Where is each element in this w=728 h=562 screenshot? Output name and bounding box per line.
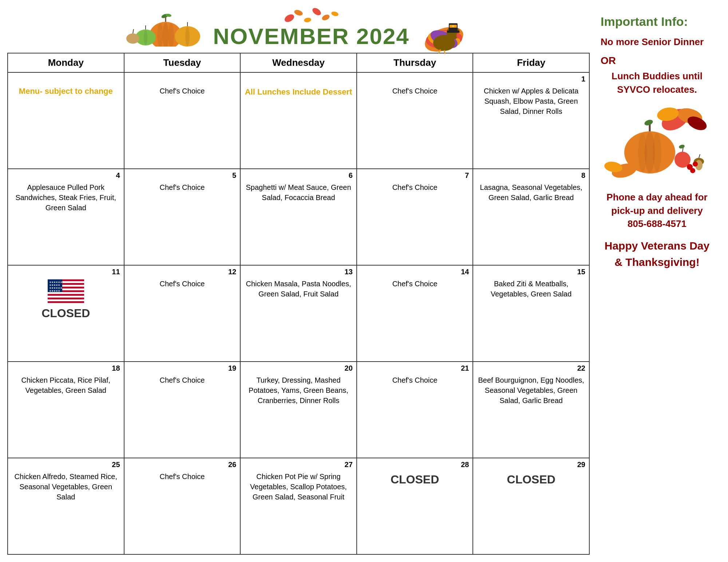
cell-content: Chef's Choice: [361, 182, 469, 192]
cell-content: Turkey, Dressing, Mashed Potatoes, Yams,…: [244, 375, 353, 406]
svg-point-13: [126, 33, 139, 44]
calendar-table: Monday Tuesday Wednesday Thursday Friday…: [7, 53, 590, 555]
svg-rect-44: [48, 296, 84, 298]
svg-point-17: [283, 13, 295, 24]
pumpkin-decoration-left: [126, 10, 206, 47]
calendar-cell: 12Chef's Choice: [124, 265, 241, 362]
svg-text:★★★★★: ★★★★★: [49, 290, 60, 292]
day-number: 14: [461, 268, 469, 276]
main-section: NOVEMBER 2024: [7, 7, 590, 555]
col-thursday: Thursday: [357, 53, 473, 72]
day-number: 22: [577, 364, 585, 372]
page-title: NOVEMBER 2024: [213, 23, 409, 49]
cell-content: Chef's Choice: [128, 279, 237, 289]
svg-point-18: [293, 9, 303, 16]
meal-text: Chicken Piccata, Rice Pilaf, Vegetables,…: [21, 376, 111, 394]
day-number: 20: [345, 364, 353, 372]
all-lunches-text: All Lunches Include Dessert: [245, 87, 352, 96]
svg-point-70: [690, 168, 695, 173]
day-number: 11: [112, 268, 120, 276]
turkey-decoration: [417, 10, 471, 47]
calendar-cell: 15Baked Ziti & Meatballs, Vegetables, Gr…: [473, 265, 589, 362]
svg-line-14: [133, 29, 134, 33]
col-monday: Monday: [8, 53, 124, 72]
day-number: 15: [577, 268, 585, 276]
phone-text: Phone a day ahead for pick-up and delive…: [601, 191, 713, 230]
meal-text: Lasagna, Seasonal Vegetables, Green Sala…: [480, 183, 582, 202]
col-wednesday: Wednesday: [240, 53, 357, 72]
day-number: 5: [232, 171, 236, 180]
cell-content: Chef's Choice: [128, 86, 237, 96]
calendar-cell: All Lunches Include Dessert: [240, 72, 357, 169]
calendar-cell: 4Applesauce Pulled Pork Sandwiches, Stea…: [8, 169, 124, 265]
cell-content: Chef's Choice: [128, 375, 237, 385]
day-number: 28: [461, 461, 469, 469]
day-number: 13: [345, 268, 353, 276]
svg-point-19: [304, 17, 312, 23]
calendar-cell: 20Turkey, Dressing, Mashed Potatoes, Yam…: [240, 362, 357, 458]
calendar-cell: 14Chef's Choice: [357, 265, 473, 362]
menu-subject-text: Menu- subject to change: [19, 87, 113, 96]
calendar-cell: 5Chef's Choice: [124, 169, 241, 265]
cell-content: Chicken w/ Apples & Delicata Squash, Elb…: [477, 86, 585, 116]
cell-content: Beef Bourguignon, Egg Noodles, Seasonal …: [477, 375, 585, 406]
meal-text: Chef's Choice: [392, 376, 438, 384]
meal-text: Chef's Choice: [392, 280, 438, 288]
sidebar-line2: Lunch Buddies until SYVCO relocates.: [601, 69, 713, 96]
meal-text: Chef's Choice: [159, 473, 205, 481]
svg-rect-36: [452, 25, 454, 27]
calendar-cell: 25Chicken Alfredo, Steamed Rice, Seasona…: [8, 458, 124, 554]
closed-text: CLOSED: [41, 307, 90, 320]
cell-content: Chicken Piccata, Rice Pilaf, Vegetables,…: [12, 375, 120, 395]
calendar-cell: 21Chef's Choice: [357, 362, 473, 458]
svg-line-67: [699, 154, 700, 158]
cell-content: Chicken Masala, Pasta Noodles, Green Sal…: [244, 279, 353, 299]
calendar-cell: Chef's Choice: [124, 72, 241, 169]
sidebar: Important Info: No more Senior Dinner OR…: [590, 7, 721, 555]
svg-point-9: [144, 30, 147, 45]
day-number: 27: [345, 461, 353, 469]
sidebar-line1: No more Senior Dinner: [601, 35, 704, 48]
header: NOVEMBER 2024: [7, 7, 590, 49]
meal-text: Chef's Choice: [159, 87, 205, 95]
calendar-cell: 28CLOSED: [357, 458, 473, 554]
svg-point-58: [638, 133, 647, 172]
calendar-cell: Menu- subject to change: [8, 72, 124, 169]
cell-content: CLOSED: [477, 471, 585, 488]
calendar-cell: Chef's Choice: [357, 72, 473, 169]
svg-point-59: [653, 133, 661, 172]
svg-text:★★★★★: ★★★★★: [49, 284, 60, 286]
day-number: 26: [228, 461, 236, 469]
day-number: 25: [112, 461, 120, 469]
cell-content: Menu- subject to change: [12, 86, 120, 97]
day-number: 8: [581, 171, 585, 180]
calendar-cell: 11 ★★★★★★ ★★★★★ ★★★★★★ ★★★★★ CLOSED: [8, 265, 124, 362]
cell-content: Baked Ziti & Meatballs, Vegetables, Gree…: [477, 279, 585, 299]
day-number: 29: [577, 461, 585, 469]
meal-text: Baked Ziti & Meatballs, Vegetables, Gree…: [491, 280, 571, 298]
meal-text: Chef's Choice: [392, 183, 438, 191]
col-tuesday: Tuesday: [124, 53, 241, 72]
svg-point-12: [185, 27, 190, 46]
day-number: 19: [228, 364, 236, 372]
cell-content: All Lunches Include Dessert: [244, 86, 353, 98]
calendar-cell: 26Chef's Choice: [124, 458, 241, 554]
pumpkin-scene: [602, 105, 712, 178]
meal-text: Chef's Choice: [159, 280, 205, 288]
svg-text:★★★★★★: ★★★★★★: [49, 281, 62, 283]
svg-point-61: [644, 119, 653, 126]
closed-text: CLOSED: [507, 473, 555, 486]
svg-rect-45: [48, 299, 84, 301]
meal-text: Spaghetti w/ Meat Sauce, Green Salad, Fo…: [246, 183, 351, 202]
meal-text: Chef's Choice: [392, 87, 438, 95]
day-number: 6: [349, 171, 353, 180]
calendar-cell: 27Chicken Pot Pie w/ Spring Vegetables, …: [240, 458, 357, 554]
closed-text: CLOSED: [391, 473, 439, 486]
cell-content: Chef's Choice: [361, 279, 469, 289]
svg-text:★★★★★★: ★★★★★★: [49, 287, 62, 289]
svg-point-20: [311, 7, 322, 17]
cell-content: Chef's Choice: [128, 182, 237, 192]
col-friday: Friday: [473, 53, 589, 72]
cell-content: Lasagna, Seasonal Vegetables, Green Sala…: [477, 182, 585, 203]
svg-point-21: [321, 13, 331, 21]
